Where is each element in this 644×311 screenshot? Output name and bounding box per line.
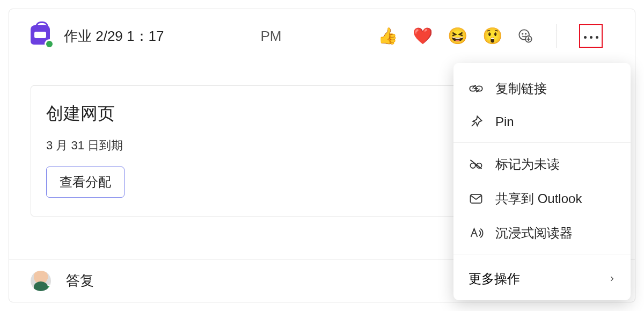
menu-label: 沉浸式阅读器 [495,225,573,242]
svg-point-2 [525,33,526,34]
message-header: 作业 2/29 1：17 PM 👍 ❤️ 😆 😲 [9,9,635,48]
message-ampm: PM [260,28,281,45]
menu-separator [453,255,631,255]
menu-more-actions[interactable]: 更多操作 [453,259,631,292]
svg-point-1 [522,33,523,34]
reply-label: 答复 [66,271,94,290]
reaction-bar: 👍 ❤️ 😆 😲 [378,24,613,48]
menu-label: Pin [495,114,514,129]
assignments-app-icon [31,25,52,47]
reaction-heart[interactable]: ❤️ [413,28,433,44]
menu-label: 共享到 Outlook [495,190,582,207]
reaction-divider [556,24,557,48]
presence-available-icon [45,39,54,49]
menu-pin[interactable]: Pin [453,106,631,138]
menu-label: 复制链接 [495,80,547,97]
menu-copy-link[interactable]: 复制链接 [453,71,631,106]
more-options-button[interactable] [579,24,603,48]
reaction-laugh[interactable]: 😆 [448,28,467,44]
glasses-off-icon [469,157,484,172]
view-assignment-button[interactable]: 查看分配 [46,167,125,198]
menu-separator [453,142,631,143]
message-title: 作业 2/29 1：17 [64,27,164,46]
menu-share-outlook[interactable]: 共享到 Outlook [453,182,631,216]
pin-icon [469,114,484,129]
menu-label: 更多操作 [469,270,520,287]
immersive-reader-icon [469,226,484,241]
menu-mark-unread[interactable]: 标记为未读 [453,147,631,182]
ellipsis-icon [582,31,600,41]
chevron-right-icon [608,273,616,285]
reaction-like[interactable]: 👍 [378,28,398,44]
context-menu: 复制链接 Pin 标记为未读 共享到 Outlook 沉浸式阅读器 更多操作 [453,63,631,300]
reaction-add-icon[interactable] [517,28,533,44]
menu-label: 标记为未读 [495,156,560,173]
link-icon [469,81,484,96]
mail-icon [469,191,484,206]
user-avatar [31,271,51,291]
menu-immersive-reader[interactable]: 沉浸式阅读器 [453,216,631,250]
reaction-surprised[interactable]: 😲 [482,28,502,44]
message-card: 作业 2/29 1：17 PM 👍 ❤️ 😆 😲 创建网页 3 月 31 日到期… [9,9,635,302]
presence-available-icon [45,285,51,291]
